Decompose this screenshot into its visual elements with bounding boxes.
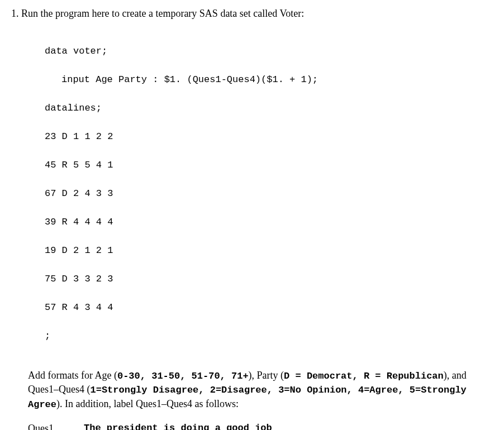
text: ). In addition, label Ques1–Ques4 as fol… xyxy=(56,398,239,409)
age-format: 0-30, 31-50, 51-70, 71+ xyxy=(117,371,249,381)
text: Add formats for Age ( xyxy=(28,370,117,381)
label-row: Ques1 The president is doing a good job xyxy=(28,422,493,430)
question-number: 1. xyxy=(11,8,19,19)
code-data-line: 75 D 3 3 2 3 xyxy=(45,272,493,286)
code-line: data voter; xyxy=(45,44,493,59)
code-data-line: 23 D 1 1 2 2 xyxy=(45,130,493,144)
text: ), Party ( xyxy=(249,370,284,381)
party-format: D = Democrat, R = Republican xyxy=(284,371,444,381)
code-line: datalines; xyxy=(45,101,493,116)
code-data-line: 45 R 5 5 4 1 xyxy=(45,158,493,173)
label-description: The president is doing a good job xyxy=(84,422,272,430)
code-terminator: ; xyxy=(45,329,493,343)
code-line: input Age Party : $1. (Ques1-Ques4)($1. … xyxy=(45,73,493,87)
label-definitions: Ques1 The president is doing a good job … xyxy=(28,422,493,430)
question-header: 1. Run the program here to create a temp… xyxy=(11,7,493,21)
code-data-line: 39 R 4 4 4 4 xyxy=(45,215,493,230)
format-instructions: Add formats for Age (0-30, 31-50, 51-70,… xyxy=(28,369,493,412)
question-prompt: Run the program here to create a tempora… xyxy=(21,8,304,19)
label-var-name: Ques1 xyxy=(28,422,84,430)
code-data-line: 19 D 2 1 2 1 xyxy=(45,243,493,258)
code-data-line: 67 D 2 4 3 3 xyxy=(45,187,493,201)
code-data-line: 57 R 4 3 4 4 xyxy=(45,300,493,315)
sas-code-block: data voter; input Age Party : $1. (Ques1… xyxy=(45,30,493,357)
